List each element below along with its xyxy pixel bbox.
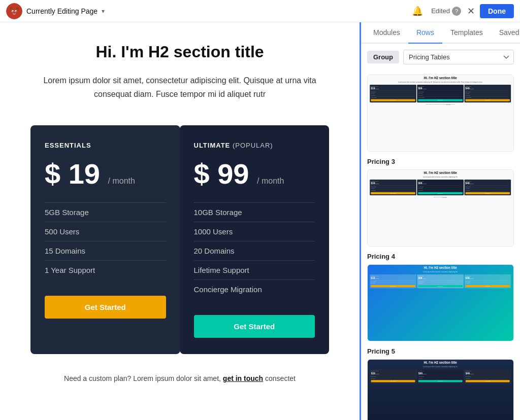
- template-item-pricing4[interactable]: Hi. I'm H2 section title Lorem ipsum dol…: [367, 264, 514, 341]
- preview-inner-3: Hi. I'm H2 section title Lorem ipsum dol…: [368, 265, 513, 341]
- panel-scroll[interactable]: Hi. I'm H2 section title Lorem ipsum dol…: [361, 71, 520, 420]
- page-lorem: Lorem ipsum dolor sit amet, consectetur …: [30, 74, 329, 101]
- close-icon[interactable]: ✕: [467, 6, 475, 17]
- tab-rows[interactable]: Rows: [408, 22, 442, 44]
- essentials-title: ESSENTIALS: [45, 142, 166, 149]
- template-item-pricing3-variant[interactable]: Hi. I'm H2 section title Lorem ipsum dol…: [367, 169, 514, 247]
- ultimate-features: 10GB Storage 1000 Users 20 Domains Lifet…: [194, 202, 315, 299]
- list-item: 20 Domains: [194, 241, 315, 260]
- list-item: 10GB Storage: [194, 202, 315, 222]
- template-label-pricing4: Pricing 4: [367, 253, 514, 260]
- list-item: 15 Domains: [45, 241, 166, 260]
- topbar: Currently Editing Page ▾ 🔔 Edited ? ✕ Do…: [0, 0, 520, 22]
- ultimate-price: $ 99 / month: [194, 157, 315, 190]
- page-footer: Need a custom plan? Lorem ipsum dolor si…: [30, 374, 329, 382]
- list-item: 5GB Storage: [45, 202, 166, 222]
- list-item: 500 Users: [45, 222, 166, 241]
- get-in-touch-link[interactable]: get in touch: [223, 374, 263, 382]
- template-item-pricing3[interactable]: Hi. I'm H2 section title Lorem ipsum dol…: [367, 75, 514, 152]
- right-panel: Modules Rows Templates Saved Group Prici…: [360, 22, 520, 420]
- done-button[interactable]: Done: [480, 4, 514, 18]
- tab-modules[interactable]: Modules: [365, 22, 408, 44]
- panel-tabs: Modules Rows Templates Saved: [361, 22, 520, 44]
- svg-point-3: [10, 8, 18, 16]
- tab-templates[interactable]: Templates: [442, 22, 491, 44]
- essentials-features: 5GB Storage 500 Users 15 Domains 1 Year …: [45, 202, 166, 279]
- panel-group-selector: Group Pricing Tables: [361, 44, 520, 71]
- preview-inner-2: Hi. I'm H2 section title Lorem ipsum dol…: [368, 170, 513, 246]
- svg-point-7: [16, 11, 17, 12]
- group-select[interactable]: Pricing Tables: [403, 50, 514, 64]
- ultimate-cta-button[interactable]: Get Started: [194, 315, 315, 338]
- template-item-pricing5[interactable]: Hi. I'm H2 section title Lorem ipsum dol…: [367, 359, 514, 420]
- svg-point-6: [13, 11, 14, 12]
- list-item: Concierge Migration: [194, 279, 315, 299]
- list-item: 1000 Users: [194, 222, 315, 241]
- preview-inner: Hi. I'm H2 section title Lorem ipsum dol…: [368, 75, 513, 151]
- template-label-pricing3: Pricing 3: [367, 158, 514, 165]
- essentials-price: $ 19 / month: [45, 157, 166, 190]
- main-layout: Hi. I'm H2 section title Lorem ipsum dol…: [0, 22, 520, 420]
- page-h2: Hi. I'm H2 section title: [30, 43, 329, 61]
- edited-label: Edited: [431, 7, 450, 15]
- logo: [6, 3, 22, 19]
- chevron-down-icon[interactable]: ▾: [102, 8, 105, 15]
- list-item: Lifetime Support: [194, 260, 315, 279]
- ultimate-title: ULTIMATE (Popular): [194, 142, 315, 149]
- preview-inner-4: Hi. I'm H2 section title Lorem ipsum dol…: [368, 360, 513, 420]
- pricing-row: ESSENTIALS $ 19 / month 5GB Storage 500 …: [30, 125, 329, 354]
- page-content: Hi. I'm H2 section title Lorem ipsum dol…: [0, 22, 360, 420]
- essentials-cta-button[interactable]: Get Started: [45, 296, 166, 319]
- essentials-card: ESSENTIALS $ 19 / month 5GB Storage 500 …: [30, 125, 180, 354]
- ultimate-card: ULTIMATE (Popular) $ 99 / month 10GB Sto…: [180, 125, 330, 354]
- tab-saved[interactable]: Saved: [491, 22, 520, 44]
- bell-icon[interactable]: 🔔: [412, 6, 423, 17]
- template-label-pricing5: Pricing 5: [367, 347, 514, 355]
- group-badge: Group: [367, 51, 399, 63]
- list-item: 1 Year Support: [45, 260, 166, 279]
- help-icon[interactable]: ?: [452, 7, 461, 16]
- page-title: Currently Editing Page: [26, 7, 98, 15]
